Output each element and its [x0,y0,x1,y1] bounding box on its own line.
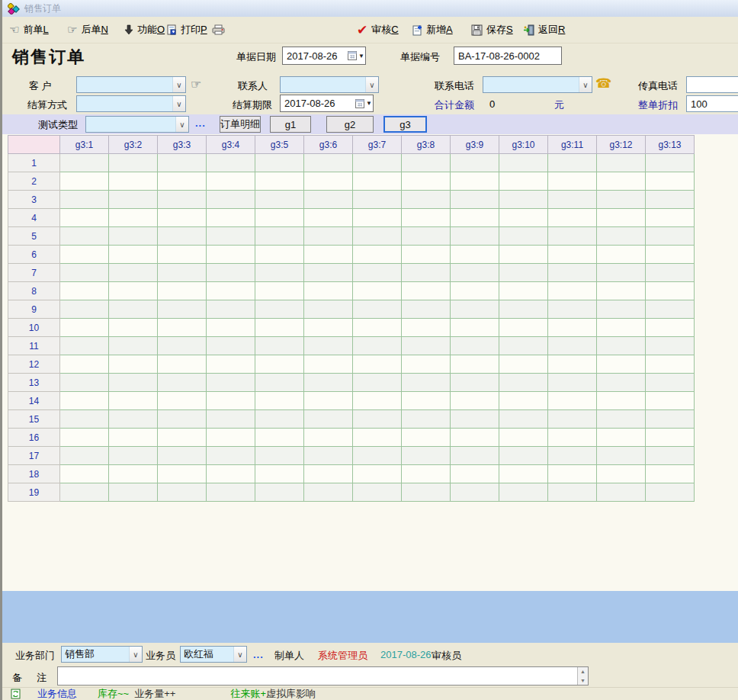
grid-cell[interactable] [255,392,304,410]
grid-cell[interactable] [255,429,304,447]
grid-cell[interactable] [548,447,597,465]
grid-cell[interactable] [646,282,695,300]
grid-cell[interactable] [353,429,402,447]
grid-col-header[interactable]: g3:2 [109,136,158,154]
grid-col-header[interactable]: g3:12 [597,136,646,154]
grid-cell[interactable] [597,374,646,392]
grid-col-header[interactable]: g3:5 [255,136,304,154]
grid-cell[interactable] [353,337,402,355]
grid-cell[interactable] [646,209,695,227]
grid-cell[interactable] [109,246,158,264]
grid-cell[interactable] [158,465,207,483]
grid-cell[interactable] [548,172,597,191]
grid-cell[interactable] [304,300,353,319]
grid-cell[interactable] [255,246,304,264]
grid-cell[interactable] [60,483,109,502]
grid-cell[interactable] [597,172,646,191]
grid-cell[interactable] [499,319,548,337]
grid-cell[interactable] [158,392,207,410]
grid-cell[interactable] [646,483,695,502]
grid-cell[interactable] [304,483,353,502]
grid-row-header[interactable]: 6 [8,246,60,264]
grid-col-header[interactable]: g3:9 [451,136,499,154]
grid-cell[interactable] [548,191,597,209]
grid-col-header[interactable]: g3:6 [304,136,353,154]
grid-cell[interactable] [109,465,158,483]
contact-combobox[interactable]: ∨ [280,76,379,93]
grid-cell[interactable] [597,282,646,300]
grid-cell[interactable] [353,172,402,191]
grid-cell[interactable] [597,264,646,282]
grid-cell[interactable] [402,374,451,392]
grid-cell[interactable] [451,483,499,502]
grid-cell[interactable] [548,483,597,502]
printer-button[interactable] [212,17,225,43]
grid-cell[interactable] [158,429,207,447]
grid-cell[interactable] [402,209,451,227]
grid-cell[interactable] [499,410,548,429]
grid-cell[interactable] [60,429,109,447]
grid-cell[interactable] [158,337,207,355]
chevron-down-icon[interactable]: ∨ [129,647,142,662]
grid-cell[interactable] [499,264,548,282]
grid-cell[interactable] [60,447,109,465]
statusbar-item[interactable]: 往来账+ [230,687,266,700]
grid-cell[interactable] [304,355,353,374]
customer-combobox[interactable]: ∨ [76,76,186,93]
grid-cell[interactable] [207,410,255,429]
grid-cell[interactable] [109,410,158,429]
chevron-down-icon[interactable]: ∨ [172,96,185,111]
grid-corner[interactable] [8,136,60,154]
grid-row-header[interactable]: 18 [8,465,60,483]
grid-cell[interactable] [402,483,451,502]
discount-field[interactable]: 100 [686,95,738,112]
grid-cell[interactable] [158,319,207,337]
test-type-combobox[interactable]: ∨ [85,116,189,133]
fax-field[interactable] [686,76,738,93]
salesman-combobox[interactable]: 欧红福∨ [180,646,247,663]
grid-row-header[interactable]: 7 [8,264,60,282]
grid-cell[interactable] [109,483,158,502]
grid-cell[interactable] [158,246,207,264]
chevron-down-icon[interactable]: ∨ [175,117,188,132]
grid-cell[interactable] [255,355,304,374]
grid-cell[interactable] [255,191,304,209]
grid-cell[interactable] [451,264,499,282]
grid-col-header[interactable]: g3:10 [499,136,548,154]
grid-cell[interactable] [207,191,255,209]
grid-row-header[interactable]: 3 [8,191,60,209]
grid-cell[interactable] [255,410,304,429]
statusbar-item[interactable]: 业务量++ [134,687,175,700]
remark-scroll-spinner[interactable]: ▲▼ [577,667,588,685]
grid-cell[interactable] [158,172,207,191]
grid-cell[interactable] [304,154,353,172]
grid-cell[interactable] [109,319,158,337]
grid-cell[interactable] [255,227,304,246]
grid-cell[interactable] [255,172,304,191]
grid-cell[interactable] [451,227,499,246]
grid-cell[interactable] [304,191,353,209]
grid-cell[interactable] [109,429,158,447]
grid-row-header[interactable]: 4 [8,209,60,227]
grid-cell[interactable] [402,264,451,282]
grid-cell[interactable] [255,374,304,392]
grid-cell[interactable] [158,300,207,319]
grid-cell[interactable] [207,209,255,227]
grid-cell[interactable] [60,410,109,429]
grid-cell[interactable] [499,447,548,465]
grid-cell[interactable] [451,374,499,392]
return-button[interactable]: 返回R [523,17,565,43]
grid-cell[interactable] [109,374,158,392]
grid-col-header[interactable]: g3:3 [158,136,207,154]
grid-cell[interactable] [60,319,109,337]
grid-cell[interactable] [60,209,109,227]
grid-cell[interactable] [304,209,353,227]
grid-cell[interactable] [304,172,353,191]
grid-row-header[interactable]: 2 [8,172,60,191]
grid-cell[interactable] [402,392,451,410]
grid-cell[interactable] [304,264,353,282]
grid-cell[interactable] [353,282,402,300]
grid-cell[interactable] [109,154,158,172]
phone-combobox[interactable]: ∨ [483,76,592,93]
grid-cell[interactable] [451,337,499,355]
